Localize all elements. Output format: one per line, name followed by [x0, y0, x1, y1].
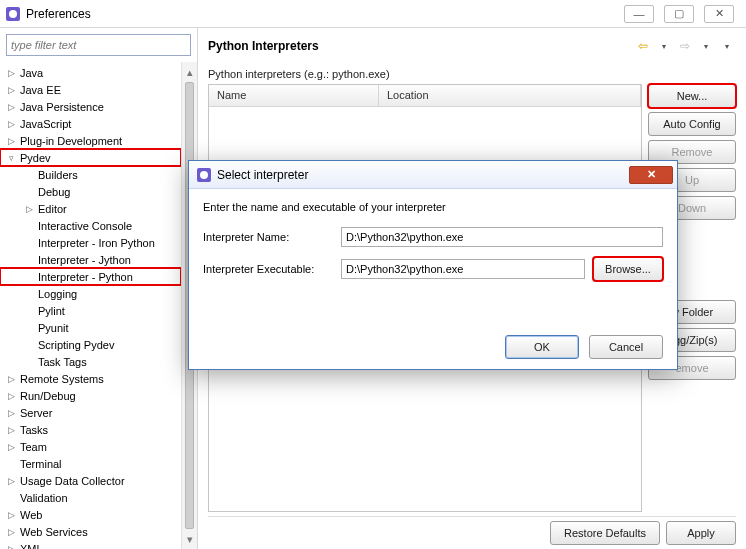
select-interpreter-dialog: Select interpreter ✕ Enter the name and … [188, 160, 678, 370]
tree-item-label: Interpreter - Python [38, 271, 133, 283]
interpreter-name-input[interactable] [341, 227, 663, 247]
tree-item-label: Terminal [20, 458, 62, 470]
cancel-button[interactable]: Cancel [589, 335, 663, 359]
expand-icon[interactable]: ▷ [6, 510, 16, 520]
forward-dropdown-icon[interactable]: ▾ [697, 37, 715, 55]
tree-item[interactable]: Interactive Console [0, 217, 181, 234]
expand-icon[interactable]: ▷ [24, 204, 34, 214]
tree-item[interactable]: ▷Remote Systems [0, 370, 181, 387]
dialog-title-bar[interactable]: Select interpreter ✕ [189, 161, 677, 189]
browse-button[interactable]: Browse... [593, 257, 663, 281]
expand-icon[interactable]: ▷ [6, 102, 16, 112]
tree-item[interactable]: ▿Pydev [0, 149, 181, 166]
sidebar: ▷Java▷Java EE▷Java Persistence▷JavaScrip… [0, 28, 198, 549]
minimize-button[interactable]: — [624, 5, 654, 23]
tree-item[interactable]: Debug [0, 183, 181, 200]
interpreters-section-label: Python interpreters (e.g.: python.exe) [208, 68, 736, 80]
tree-item[interactable]: ▷Editor [0, 200, 181, 217]
tree-item-label: Remote Systems [20, 373, 104, 385]
tree-item[interactable]: ▷Server [0, 404, 181, 421]
expand-icon[interactable]: ▷ [6, 85, 16, 95]
expand-icon[interactable]: ▷ [6, 391, 16, 401]
tree-item[interactable]: ▷Usage Data Collector [0, 472, 181, 489]
tree-item-label: Server [20, 407, 52, 419]
interpreter-executable-label: Interpreter Executable: [203, 263, 333, 275]
tree-item[interactable]: ▷Java Persistence [0, 98, 181, 115]
expand-icon[interactable]: ▷ [6, 136, 16, 146]
tree-item[interactable]: ▷JavaScript [0, 115, 181, 132]
tree-item-label: Pylint [38, 305, 65, 317]
back-icon[interactable]: ⇦ [634, 37, 652, 55]
tree-item[interactable]: Interpreter - Python [0, 268, 181, 285]
tree-item[interactable]: Task Tags [0, 353, 181, 370]
collapse-icon[interactable]: ▿ [6, 153, 16, 163]
tree-item-label: Editor [38, 203, 67, 215]
table-header: Name Location [209, 85, 641, 107]
tree-item[interactable]: ▷Java [0, 64, 181, 81]
close-button[interactable]: ✕ [704, 5, 734, 23]
apply-button[interactable]: Apply [666, 521, 736, 545]
filter-input[interactable] [6, 34, 191, 56]
tree-item-label: Task Tags [38, 356, 87, 368]
column-location-header[interactable]: Location [379, 85, 641, 106]
auto-config-button[interactable]: Auto Config [648, 112, 736, 136]
tree-item[interactable]: ▷Java EE [0, 81, 181, 98]
view-menu-icon[interactable]: ▾ [718, 37, 736, 55]
preferences-tree[interactable]: ▷Java▷Java EE▷Java Persistence▷JavaScrip… [0, 62, 181, 549]
tree-item-label: JavaScript [20, 118, 71, 130]
expand-icon[interactable]: ▷ [6, 374, 16, 384]
gear-icon [197, 168, 211, 182]
expand-icon[interactable]: ▷ [6, 544, 16, 550]
expand-icon[interactable]: ▷ [6, 425, 16, 435]
tree-item[interactable]: Validation [0, 489, 181, 506]
tree-item[interactable]: Pyunit [0, 319, 181, 336]
tree-item-label: Web Services [20, 526, 88, 538]
interpreter-name-label: Interpreter Name: [203, 231, 333, 243]
expand-icon[interactable]: ▷ [6, 476, 16, 486]
tree-item-label: Interpreter - Iron Python [38, 237, 155, 249]
tree-item[interactable]: ▷Web Services [0, 523, 181, 540]
tree-item[interactable]: Interpreter - Jython [0, 251, 181, 268]
tree-item[interactable]: ▷Run/Debug [0, 387, 181, 404]
tree-item-label: Web [20, 509, 42, 521]
dialog-close-button[interactable]: ✕ [629, 166, 673, 184]
expand-icon[interactable]: ▷ [6, 442, 16, 452]
tree-item[interactable]: Scripting Pydev [0, 336, 181, 353]
tree-item-label: Logging [38, 288, 77, 300]
tree-item-label: Validation [20, 492, 68, 504]
maximize-button[interactable]: ▢ [664, 5, 694, 23]
preferences-title: Preferences [26, 7, 91, 21]
forward-icon[interactable]: ⇨ [676, 37, 694, 55]
scroll-up-icon[interactable]: ▴ [182, 64, 197, 80]
tree-item[interactable]: ▷Tasks [0, 421, 181, 438]
tree-item[interactable]: ▷XML [0, 540, 181, 549]
tree-item[interactable]: Terminal [0, 455, 181, 472]
tree-item-label: Usage Data Collector [20, 475, 125, 487]
tree-item[interactable]: ▷Web [0, 506, 181, 523]
tree-item-label: Run/Debug [20, 390, 76, 402]
tree-item[interactable]: ▷Plug-in Development [0, 132, 181, 149]
nav-history: ⇦ ▾ ⇨ ▾ ▾ [634, 37, 736, 55]
tree-item-label: Interactive Console [38, 220, 132, 232]
back-dropdown-icon[interactable]: ▾ [655, 37, 673, 55]
expand-icon[interactable]: ▷ [6, 68, 16, 78]
expand-icon[interactable]: ▷ [6, 527, 16, 537]
tree-item-label: Debug [38, 186, 70, 198]
tree-item[interactable]: Interpreter - Iron Python [0, 234, 181, 251]
column-name-header[interactable]: Name [209, 85, 379, 106]
expand-icon[interactable]: ▷ [6, 408, 16, 418]
tree-item-label: XML [20, 543, 43, 550]
dialog-message: Enter the name and executable of your in… [203, 201, 663, 213]
tree-item[interactable]: Pylint [0, 302, 181, 319]
expand-icon[interactable]: ▷ [6, 119, 16, 129]
tree-item[interactable]: Builders [0, 166, 181, 183]
restore-defaults-button[interactable]: Restore Defaults [550, 521, 660, 545]
new-button[interactable]: New... [648, 84, 736, 108]
tree-item[interactable]: Logging [0, 285, 181, 302]
tree-item[interactable]: ▷Team [0, 438, 181, 455]
interpreter-executable-input[interactable] [341, 259, 585, 279]
scroll-down-icon[interactable]: ▾ [182, 531, 197, 547]
ok-button[interactable]: OK [505, 335, 579, 359]
tree-item-label: Team [20, 441, 47, 453]
preferences-footer: Restore Defaults Apply [208, 516, 736, 545]
